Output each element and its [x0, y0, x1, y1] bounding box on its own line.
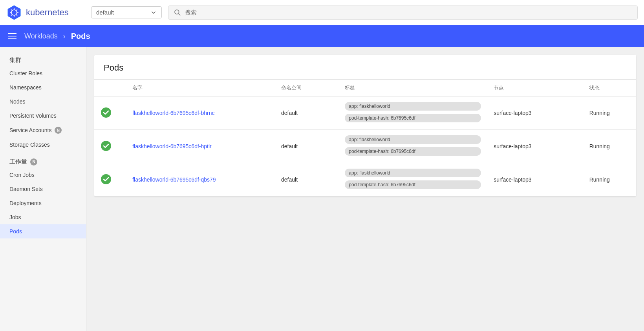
breadcrumb-current: Pods	[71, 32, 90, 41]
hamburger-menu[interactable]	[8, 33, 16, 39]
table-row: flaskhelloworld-6b7695c6df-qbs79defaulta…	[94, 163, 636, 196]
running-status-icon	[101, 140, 112, 151]
namespace-selector[interactable]: default	[91, 6, 162, 18]
app-title: kubernetes	[26, 7, 69, 18]
sidebar-workloads-section: 工作量 N	[0, 155, 86, 168]
namespace-value: default	[96, 9, 147, 16]
sidebar-label-jobs: Jobs	[9, 214, 21, 220]
sidebar-workloads-label: 工作量	[9, 158, 27, 166]
sidebar-item-storage-classes[interactable]: Storage Classes	[0, 138, 86, 152]
pod-status-cell	[94, 163, 126, 196]
pod-node-cell: surface-laptop3	[487, 96, 583, 130]
sidebar-item-pods[interactable]: Pods	[0, 224, 86, 238]
svg-marker-0	[8, 5, 20, 20]
pod-state-cell: Running	[583, 130, 636, 163]
pod-state-cell: Running	[583, 163, 636, 196]
svg-line-11	[178, 13, 180, 15]
page-title: Pods	[94, 55, 636, 79]
running-status-icon	[101, 174, 112, 185]
col-header-node: 节点	[487, 80, 583, 96]
sidebar-label-pods: Pods	[9, 228, 22, 235]
search-input[interactable]	[185, 9, 632, 16]
label-chip: app: flaskhelloworld	[345, 135, 481, 144]
pod-labels-cell: app: flaskhelloworldpod-template-hash: 6…	[338, 163, 487, 196]
pod-labels-cell: app: flaskhelloworldpod-template-hash: 6…	[338, 96, 487, 130]
pod-name-cell[interactable]: flaskhelloworld-6b7695c6df-bhrnc	[126, 96, 275, 130]
col-header-namespace: 命名空间	[275, 80, 338, 96]
label-chip: app: flaskhelloworld	[345, 169, 481, 177]
sidebar-item-daemon-sets[interactable]: Daemon Sets	[0, 182, 86, 196]
logo-area: kubernetes	[6, 5, 85, 20]
breadcrumb-separator: ›	[63, 32, 66, 40]
sidebar-item-cron-jobs[interactable]: Cron Jobs	[0, 168, 86, 182]
sidebar-item-namespaces[interactable]: Namespaces	[0, 80, 86, 95]
pod-namespace-cell: default	[275, 163, 338, 196]
sidebar: 集群 Cluster Roles Namespaces Nodes Persis…	[0, 47, 86, 331]
pod-namespace-cell: default	[275, 130, 338, 163]
breadcrumb-parent[interactable]: Workloads	[24, 32, 58, 40]
col-header-status	[94, 80, 126, 96]
svg-point-12	[101, 107, 111, 118]
running-status-icon	[101, 107, 112, 118]
sidebar-item-jobs[interactable]: Jobs	[0, 210, 86, 224]
sidebar-label-daemon-sets: Daemon Sets	[9, 186, 43, 192]
table-row: flaskhelloworld-6b7695c6df-bhrncdefaulta…	[94, 96, 636, 130]
pod-name-cell[interactable]: flaskhelloworld-6b7695c6df-hptlr	[126, 130, 275, 163]
pod-node-cell: surface-laptop3	[487, 130, 583, 163]
pods-table: 名字 命名空间 标签 节点 状态 flaskhelloworld-6b7695c…	[94, 79, 636, 196]
sidebar-label-service-accounts: Service Accounts	[9, 127, 51, 133]
sidebar-label-storage-classes: Storage Classes	[9, 142, 50, 148]
col-header-labels: 标签	[338, 80, 487, 96]
sidebar-item-cluster-roles[interactable]: Cluster Roles	[0, 66, 86, 80]
pod-state-cell: Running	[583, 96, 636, 130]
chevron-down-icon	[150, 9, 157, 16]
service-accounts-badge: N	[55, 127, 62, 134]
table-header-row: 名字 命名空间 标签 节点 状态	[94, 80, 636, 96]
content-area: Pods 名字 命名空间 标签 节点 状态	[86, 47, 644, 331]
kubernetes-logo-icon	[6, 5, 22, 20]
pod-namespace-cell: default	[275, 96, 338, 130]
col-header-state: 状态	[583, 80, 636, 96]
pod-name-link[interactable]: flaskhelloworld-6b7695c6df-hptlr	[132, 143, 212, 149]
col-header-name: 名字	[126, 80, 275, 96]
pod-labels-cell: app: flaskhelloworldpod-template-hash: 6…	[338, 130, 487, 163]
label-chip: pod-template-hash: 6b7695c6df	[345, 180, 481, 189]
search-bar[interactable]	[168, 5, 638, 20]
pod-status-cell	[94, 130, 126, 163]
pod-status-cell	[94, 96, 126, 130]
sidebar-item-service-accounts[interactable]: Service Accounts N	[0, 123, 86, 138]
workloads-badge: N	[30, 158, 37, 166]
sidebar-label-deployments: Deployments	[9, 200, 42, 206]
sidebar-label-nodes: Nodes	[9, 98, 25, 105]
pods-table-container: 名字 命名空间 标签 节点 状态 flaskhelloworld-6b7695c…	[94, 79, 636, 196]
label-chip: app: flaskhelloworld	[345, 102, 481, 111]
breadcrumb-bar: Workloads › Pods	[0, 25, 644, 47]
sidebar-item-persistent-volumes[interactable]: Persistent Volumes	[0, 109, 86, 123]
label-chip: pod-template-hash: 6b7695c6df	[345, 147, 481, 156]
svg-point-13	[101, 141, 111, 151]
pod-name-link[interactable]: flaskhelloworld-6b7695c6df-bhrnc	[132, 110, 214, 116]
sidebar-label-namespaces: Namespaces	[9, 84, 42, 91]
pod-name-cell[interactable]: flaskhelloworld-6b7695c6df-qbs79	[126, 163, 275, 196]
sidebar-item-deployments[interactable]: Deployments	[0, 196, 86, 210]
pod-node-cell: surface-laptop3	[487, 163, 583, 196]
pods-card: Pods 名字 命名空间 标签 节点 状态	[94, 55, 636, 196]
table-row: flaskhelloworld-6b7695c6df-hptlrdefaulta…	[94, 130, 636, 163]
sidebar-label-persistent-volumes: Persistent Volumes	[9, 113, 57, 119]
sidebar-label-cron-jobs: Cron Jobs	[9, 172, 35, 178]
sidebar-label-cluster-roles: Cluster Roles	[9, 70, 42, 76]
pod-name-link[interactable]: flaskhelloworld-6b7695c6df-qbs79	[132, 176, 216, 183]
label-chip: pod-template-hash: 6b7695c6df	[345, 114, 481, 122]
main-layout: 集群 Cluster Roles Namespaces Nodes Persis…	[0, 47, 644, 331]
svg-point-14	[101, 174, 111, 184]
sidebar-cluster-label: 集群	[0, 53, 86, 66]
top-header: kubernetes default	[0, 0, 644, 25]
search-icon	[174, 9, 181, 16]
sidebar-item-nodes[interactable]: Nodes	[0, 95, 86, 109]
